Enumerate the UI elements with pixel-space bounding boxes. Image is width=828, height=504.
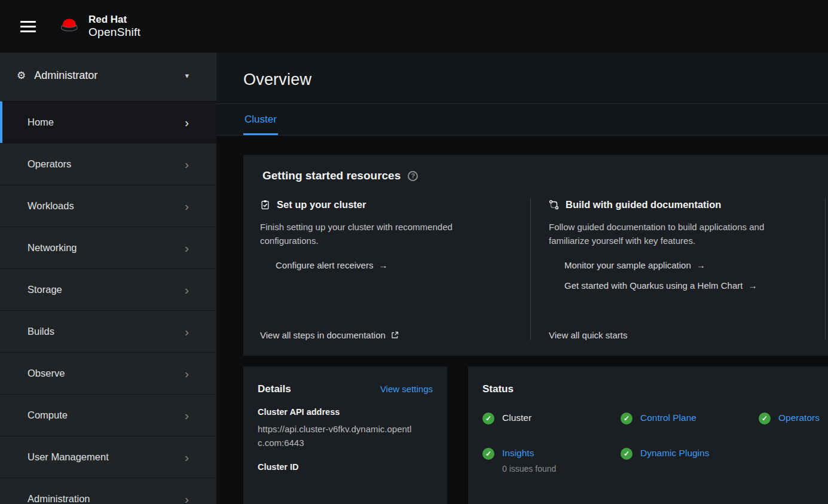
sidebar-item-label: User Management (28, 451, 109, 463)
dynamic-plugins-link[interactable]: Dynamic Plugins (640, 447, 709, 460)
arrow-right-icon: → (748, 280, 757, 291)
cluster-api-address-label: Cluster API address (258, 407, 433, 417)
status-item-control-plane: Control Plane (621, 412, 759, 424)
details-card: Details View settings Cluster API addres… (243, 366, 447, 504)
insights-link[interactable]: Insights (502, 448, 534, 458)
getting-started-header: Getting started resources ? (262, 169, 828, 182)
sidebar-item-label: Builds (28, 326, 54, 337)
page-title: Overview (243, 71, 828, 89)
masthead: Red Hat OpenShift (0, 0, 828, 53)
perspective-label: Administrator (34, 69, 97, 82)
sidebar-item-label: Networking (28, 242, 77, 253)
getting-started-card: Getting started resources ? Set up your … (243, 155, 828, 356)
tab-label: Cluster (245, 114, 277, 125)
column-heading-label: Set up your cluster (277, 199, 366, 210)
redhat-openshift-logo[interactable]: Red Hat OpenShift (56, 14, 140, 38)
getting-started-columns: Set up your cluster Finish setting up yo… (260, 198, 828, 340)
control-plane-link[interactable]: Control Plane (640, 412, 696, 424)
link-label: Monitor your sample application (564, 260, 691, 270)
success-check-icon (482, 448, 494, 460)
view-all-steps-link[interactable]: View all steps in documentation (260, 316, 514, 340)
sidebar-item-label: Compute (28, 410, 68, 421)
sidebar-item-observe[interactable]: Observe › (0, 352, 216, 394)
chevron-right-icon: › (185, 116, 189, 129)
getting-started-title: Getting started resources (262, 169, 401, 182)
guided-documentation-links: Monitor your sample application → Get st… (564, 260, 807, 291)
sidebar-item-builds[interactable]: Builds › (0, 310, 216, 352)
external-link-icon (391, 331, 399, 339)
sidebar: ⚙ Administrator ▾ Home › Operators › Wor… (0, 53, 216, 504)
view-all-quick-starts-link[interactable]: View all quick starts (549, 316, 807, 340)
link-label: View all steps in documentation (260, 330, 386, 340)
status-card-header: Status View alerts (482, 383, 828, 395)
chevron-right-icon: › (185, 158, 189, 170)
help-icon[interactable]: ? (408, 171, 418, 181)
details-list: Cluster API address https://api.cluster-… (258, 407, 433, 472)
getting-started-column-clipped (825, 198, 828, 340)
guided-documentation-column: Build with guided documentation Follow g… (530, 198, 825, 340)
guided-documentation-heading: Build with guided documentation (549, 199, 807, 210)
tab-cluster[interactable]: Cluster (243, 106, 278, 135)
sidebar-item-label: Storage (28, 284, 62, 295)
details-title: Details (258, 383, 291, 395)
setup-cluster-heading: Set up your cluster (260, 199, 514, 210)
sidebar-item-compute[interactable]: Compute › (0, 394, 216, 436)
main-content: Overview Cluster Getting started resourc… (216, 53, 828, 504)
setup-cluster-column: Set up your cluster Finish setting up yo… (260, 198, 530, 340)
success-check-icon (482, 413, 494, 424)
link-label: Configure alert receivers (276, 260, 373, 270)
insights-issues-count: 0 issues found (502, 464, 556, 474)
sidebar-item-storage[interactable]: Storage › (0, 268, 216, 310)
overview-cards-row: Details View settings Cluster API addres… (243, 366, 828, 504)
success-check-icon (759, 413, 771, 424)
page-header: Overview (216, 53, 828, 104)
link-label: Get started with Quarkus using a Helm Ch… (564, 280, 743, 291)
chevron-right-icon: › (185, 409, 189, 421)
sidebar-item-workloads[interactable]: Workloads › (0, 185, 216, 227)
sidebar-item-user-management[interactable]: User Management › (0, 436, 216, 478)
setup-cluster-links: Configure alert receivers → (276, 260, 514, 270)
arrow-right-icon: → (378, 260, 387, 270)
chevron-right-icon: › (185, 242, 189, 254)
nav-toggle-button[interactable] (20, 21, 36, 32)
sidebar-item-label: Administration (28, 493, 90, 504)
guided-documentation-description: Follow guided documentation to build app… (549, 220, 788, 248)
chevron-right-icon: › (185, 493, 189, 504)
sidebar-item-home[interactable]: Home › (0, 101, 216, 143)
perspective-switcher[interactable]: ⚙ Administrator ▾ (0, 53, 216, 96)
sidebar-item-label: Observe (28, 368, 65, 379)
arrow-right-icon: → (696, 260, 705, 270)
chevron-right-icon: › (185, 451, 189, 463)
gear-icon: ⚙ (17, 69, 26, 82)
configure-alert-receivers-link[interactable]: Configure alert receivers → (276, 260, 514, 270)
brand-text: Red Hat OpenShift (88, 14, 140, 38)
redhat-hat-icon (56, 17, 83, 35)
insights-cell: Insights 0 issues found (502, 447, 556, 474)
chevron-down-icon: ▾ (185, 71, 189, 80)
sidebar-item-administration[interactable]: Administration › (0, 478, 216, 504)
brand-line2: OpenShift (88, 26, 140, 39)
overview-content: Getting started resources ? Set up your … (216, 136, 828, 496)
success-check-icon (621, 448, 633, 460)
chevron-right-icon: › (185, 367, 189, 380)
quarkus-helm-chart-link[interactable]: Get started with Quarkus using a Helm Ch… (564, 280, 807, 291)
operators-link[interactable]: Operators (778, 412, 820, 424)
tab-bar: Cluster (216, 104, 828, 136)
sidebar-item-networking[interactable]: Networking › (0, 227, 216, 268)
status-item-insights: Insights 0 issues found (482, 447, 621, 474)
status-item-cluster: Cluster (482, 412, 621, 424)
monitor-sample-application-link[interactable]: Monitor your sample application → (564, 260, 807, 270)
link-label: View all quick starts (549, 330, 627, 340)
chevron-right-icon: › (185, 200, 189, 212)
guided-route-icon (549, 200, 559, 210)
sidebar-nav: Home › Operators › Workloads › Networkin… (0, 101, 216, 504)
chevron-right-icon: › (185, 283, 189, 296)
sidebar-item-label: Operators (28, 158, 71, 170)
setup-cluster-description: Finish setting up your cluster with reco… (260, 220, 470, 248)
cluster-id-label: Cluster ID (258, 462, 433, 472)
column-heading-label: Build with guided documentation (566, 199, 721, 210)
sidebar-item-operators[interactable]: Operators › (0, 143, 216, 185)
status-card: Status View alerts Cluster Control Plane… (468, 366, 828, 504)
view-settings-link[interactable]: View settings (380, 384, 433, 394)
status-item-dynamic-plugins: Dynamic Plugins (621, 447, 759, 474)
